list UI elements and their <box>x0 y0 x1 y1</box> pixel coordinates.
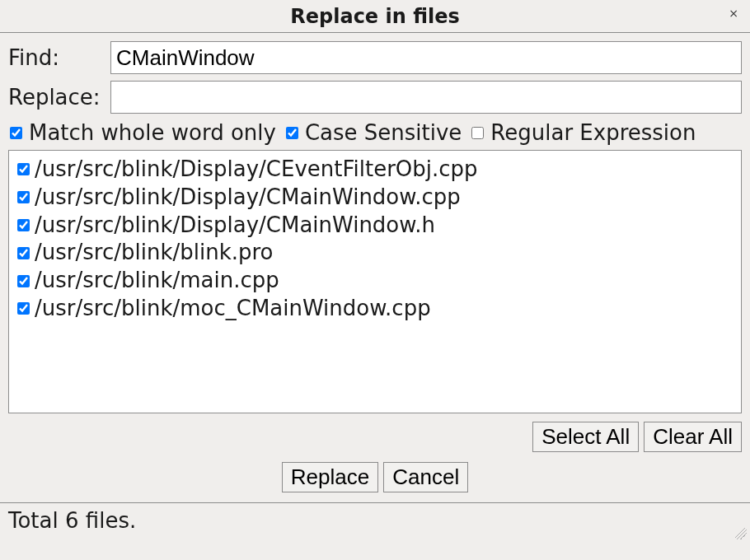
titlebar: Replace in files × <box>0 0 750 33</box>
replace-label: Replace: <box>8 85 110 110</box>
regex-label[interactable]: Regular Expression <box>490 120 696 145</box>
file-item[interactable]: /usr/src/blink/blink.pro <box>12 239 738 267</box>
file-checkbox[interactable] <box>17 191 30 203</box>
file-path: /usr/src/blink/Display/CEventFilterObj.c… <box>35 156 478 184</box>
file-list[interactable]: /usr/src/blink/Display/CEventFilterObj.c… <box>8 150 742 413</box>
find-row: Find: <box>8 41 742 74</box>
regex-checkbox[interactable] <box>471 127 484 139</box>
file-item[interactable]: /usr/src/blink/Display/CMainWindow.cpp <box>12 184 738 212</box>
status-text: Total 6 files. <box>8 508 136 533</box>
file-path: /usr/src/blink/Display/CMainWindow.cpp <box>35 184 461 212</box>
whole-word-label[interactable]: Match whole word only <box>29 120 276 145</box>
file-checkbox[interactable] <box>17 163 30 175</box>
file-checkbox[interactable] <box>17 247 30 259</box>
close-icon[interactable]: × <box>725 5 742 21</box>
replace-button[interactable]: Replace <box>282 462 378 492</box>
clear-all-button[interactable]: Clear All <box>644 422 742 452</box>
file-item[interactable]: /usr/src/blink/Display/CEventFilterObj.c… <box>12 156 738 184</box>
options-row: Match whole word only Case Sensitive Reg… <box>8 120 742 145</box>
file-item[interactable]: /usr/src/blink/main.cpp <box>12 267 738 295</box>
case-sensitive-checkbox[interactable] <box>286 127 298 139</box>
file-checkbox[interactable] <box>17 302 30 315</box>
whole-word-checkbox[interactable] <box>10 127 22 139</box>
select-all-button[interactable]: Select All <box>532 422 639 452</box>
file-path: /usr/src/blink/Display/CMainWindow.h <box>35 212 435 240</box>
find-input[interactable] <box>110 41 742 74</box>
replace-input[interactable] <box>110 81 742 114</box>
file-item[interactable]: /usr/src/blink/Display/CMainWindow.h <box>12 212 738 240</box>
resize-grip-icon[interactable] <box>735 528 747 539</box>
cancel-button[interactable]: Cancel <box>383 462 468 492</box>
file-path: /usr/src/blink/main.cpp <box>35 267 279 295</box>
file-checkbox[interactable] <box>17 275 30 287</box>
file-path: /usr/src/blink/blink.pro <box>35 239 273 267</box>
dialog-content: Find: Replace: Match whole word only Cas… <box>0 33 750 492</box>
file-item[interactable]: /usr/src/blink/moc_CMainWindow.cpp <box>12 295 738 323</box>
case-sensitive-label[interactable]: Case Sensitive <box>305 120 462 145</box>
action-button-row: Replace Cancel <box>8 462 742 492</box>
select-button-row: Select All Clear All <box>8 422 742 452</box>
file-path: /usr/src/blink/moc_CMainWindow.cpp <box>35 295 431 323</box>
replace-row: Replace: <box>8 81 742 114</box>
status-bar: Total 6 files. <box>0 502 750 541</box>
window-title: Replace in files <box>290 5 459 28</box>
find-label: Find: <box>8 45 110 70</box>
file-checkbox[interactable] <box>17 219 30 231</box>
